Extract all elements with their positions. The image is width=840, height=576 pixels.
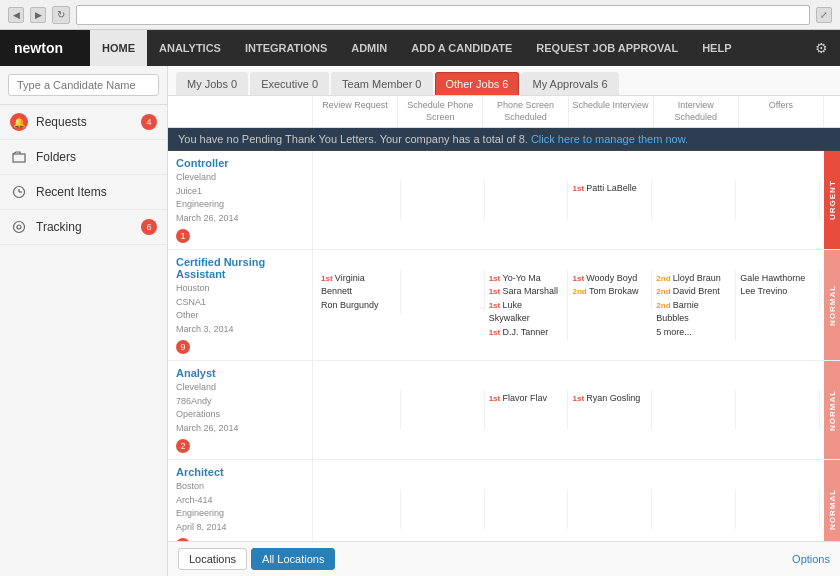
candidate-name: 1st Sara Marshall [489, 285, 564, 299]
candidate-name: 5 more... [656, 326, 731, 340]
candidate-name: 1st D.J. Tanner [489, 326, 564, 340]
job-title[interactable]: Analyst [176, 367, 304, 379]
candidate-rank: 1st [572, 184, 586, 193]
jobs-tab[interactable]: My Jobs 0 [176, 72, 248, 95]
pipeline-cell [485, 489, 569, 529]
sidebar-label: Folders [36, 150, 76, 164]
pipeline-stage-label: Schedule Interview [569, 96, 654, 127]
candidate-name: Ron Burgundy [321, 299, 396, 313]
job-pipeline [313, 460, 824, 541]
pipeline-cell: 1st Virginia BennettRon Burgundy [317, 270, 401, 315]
pipeline-cell [568, 489, 652, 529]
bottom-bar: Locations All Locations Options [168, 541, 840, 576]
pipeline-cell [401, 390, 485, 430]
priority-indicator: NORMAL [824, 460, 840, 541]
job-title[interactable]: Controller [176, 157, 304, 169]
job-title[interactable]: Certified Nursing Assistant [176, 256, 304, 280]
candidate-rank: 1st [489, 274, 503, 283]
gear-icon[interactable]: ⚙ [803, 40, 840, 56]
job-title[interactable]: Architect [176, 466, 304, 478]
nav-item-help[interactable]: HELP [690, 30, 743, 66]
nav-item-admin[interactable]: ADMIN [339, 30, 399, 66]
sidebar-badge: 6 [141, 219, 157, 235]
job-meta: Cleveland786AndyOperationsMarch 26, 2014 [176, 381, 304, 435]
job-row: ControllerClevelandJuice1EngineeringMarc… [168, 151, 840, 250]
pipeline-cell: 1st Ryan Gosling [568, 390, 652, 430]
nav-item-home[interactable]: HOME [90, 30, 147, 66]
job-meta: ClevelandJuice1EngineeringMarch 26, 2014 [176, 171, 304, 225]
pipeline-header-row: Review RequestSchedule Phone ScreenPhone… [168, 96, 840, 128]
location-tabs: Locations All Locations [178, 548, 335, 570]
sidebar-item-tracking[interactable]: Tracking6 [0, 210, 167, 245]
priority-indicator: NORMAL [824, 250, 840, 360]
pipeline-cell [317, 489, 401, 529]
job-pipeline: 1st Patti LaBelle [313, 151, 824, 249]
candidate-rank: 1st [572, 394, 586, 403]
refresh-button[interactable]: ↻ [52, 6, 70, 24]
pipeline-stage-label: Offers [739, 96, 824, 127]
jobs-tab[interactable]: Executive 0 [250, 72, 329, 95]
sidebar-item-recent items[interactable]: Recent Items [0, 175, 167, 210]
top-nav: newton HOMEANALYTICSINTEGRATIONSADMINADD… [0, 30, 840, 66]
candidate-name: 1st Patti LaBelle [572, 182, 647, 196]
pipeline-cell [317, 390, 401, 430]
job-count-badge: 9 [176, 340, 190, 354]
search-input[interactable] [8, 74, 159, 96]
nav-item-analytics[interactable]: ANALYTICS [147, 30, 233, 66]
candidate-name: 1st Virginia Bennett [321, 272, 396, 299]
job-info: AnalystCleveland786AndyOperationsMarch 2… [168, 361, 313, 459]
sidebar-icon [10, 218, 28, 236]
candidate-rank: 2nd [572, 287, 588, 296]
nav-item-requestjobapproval[interactable]: REQUEST JOB APPROVAL [524, 30, 690, 66]
sidebar-label: Recent Items [36, 185, 107, 199]
pipeline-cell: 1st Patti LaBelle [568, 180, 652, 220]
sidebar-item-requests[interactable]: 🔔Requests4 [0, 105, 167, 140]
jobs-tab[interactable]: My Approvals 6 [521, 72, 618, 95]
jobs-tab[interactable]: Team Member 0 [331, 72, 432, 95]
all-locations-tab[interactable]: All Locations [251, 548, 335, 570]
candidate-name: Gale Hawthorne [740, 272, 815, 286]
url-bar[interactable] [76, 5, 810, 25]
candidate-rank: 2nd [656, 287, 672, 296]
alert-link[interactable]: Click here to manage them now. [531, 133, 688, 145]
candidate-name: 1st Luke Skywalker [489, 299, 564, 326]
options-link[interactable]: Options [792, 553, 830, 565]
logo: newton [0, 30, 90, 66]
sidebar-icon [10, 148, 28, 166]
sidebar-search [0, 66, 167, 105]
priority-indicator: NORMAL [824, 361, 840, 459]
expand-button[interactable]: ⤢ [816, 7, 832, 23]
candidate-rank: 1st [489, 301, 503, 310]
pipeline-cell: 1st Woody Boyd2nd Tom Brokaw [568, 270, 652, 310]
job-row: AnalystCleveland786AndyOperationsMarch 2… [168, 361, 840, 460]
candidate-name: 1st Flavor Flav [489, 392, 564, 406]
pipeline-cell [736, 489, 820, 529]
back-button[interactable]: ◀ [8, 7, 24, 23]
candidate-name: 1st Woody Boyd [572, 272, 647, 286]
pipeline-stage-label: Schedule Phone Screen [398, 96, 483, 127]
sidebar-item-folders[interactable]: Folders [0, 140, 167, 175]
job-meta: HoustonCSNA1OtherMarch 3, 2014 [176, 282, 304, 336]
pipeline-stage-label: Review Request [313, 96, 398, 127]
sidebar-badge: 4 [141, 114, 157, 130]
pipeline-cell [736, 390, 820, 430]
pipeline-cell: 1st Yo-Yo Ma1st Sara Marshall1st Luke Sk… [485, 270, 569, 342]
pipeline-cell [485, 180, 569, 220]
job-pipeline: 1st Flavor Flav1st Ryan Gosling [313, 361, 824, 459]
job-info: Certified Nursing AssistantHoustonCSNA1O… [168, 250, 313, 360]
candidate-rank: 1st [489, 328, 503, 337]
sidebar-icon: 🔔 [10, 113, 28, 131]
nav-item-integrations[interactable]: INTEGRATIONS [233, 30, 339, 66]
job-row: Certified Nursing AssistantHoustonCSNA1O… [168, 250, 840, 361]
candidate-rank: 1st [489, 287, 503, 296]
app-wrapper: newton HOMEANALYTICSINTEGRATIONSADMINADD… [0, 30, 840, 576]
pipeline-cell [652, 390, 736, 430]
locations-tab[interactable]: Locations [178, 548, 247, 570]
job-count-badge: 2 [176, 439, 190, 453]
nav-item-addacandidate[interactable]: ADD A CANDIDATE [399, 30, 524, 66]
pipeline-cell: 2nd Lloyd Braun2nd David Brent2nd Barnie… [652, 270, 736, 342]
svg-rect-0 [13, 154, 25, 162]
jobs-tab[interactable]: Other Jobs 6 [435, 72, 520, 95]
forward-button[interactable]: ▶ [30, 7, 46, 23]
sidebar-icon [10, 183, 28, 201]
